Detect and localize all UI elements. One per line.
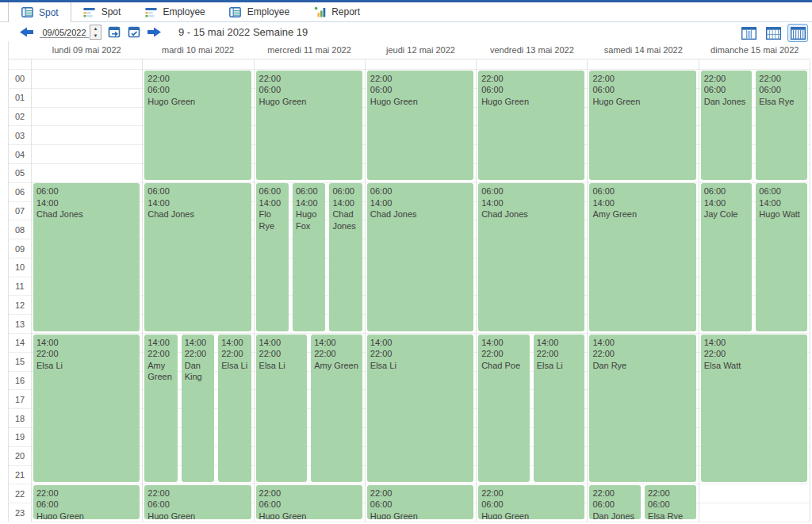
shift-block[interactable]: 06:0014:00Chad Jones [144, 183, 251, 331]
hour-label: 22 [9, 484, 31, 503]
shift-block[interactable]: 06:0014:00Amy Green [589, 183, 695, 331]
shift-time-end: 14:00 [147, 197, 249, 209]
shift-time-end: 06:00 [370, 499, 472, 511]
tab-spot-gantt[interactable]: Spot [71, 2, 133, 21]
shift-block[interactable]: 14:0022:00Elsa Watt [701, 335, 807, 482]
day-column[interactable]: 22:0006:00Dan Jones22:0006:00Elsa Rye06:… [699, 59, 810, 522]
day-header: samedi 14 mai 2022 [588, 41, 699, 59]
shift-block[interactable]: 14:0022:00Elsa Li [256, 335, 308, 482]
shift-block[interactable]: 14:0022:00Amy Green [311, 335, 362, 482]
tab-label: Employee [163, 6, 205, 17]
shift-block[interactable]: 14:0022:00Elsa Li [534, 335, 585, 482]
day-column[interactable]: 22:0006:00Hugo Green06:0014:00Amy Green1… [587, 59, 698, 522]
shift-employee: Hugo Green [259, 511, 361, 520]
shift-block[interactable]: 14:0022:00Dan King [182, 335, 214, 482]
week-view-button[interactable] [787, 24, 808, 42]
shift-employee: Hugo Green [370, 511, 472, 520]
tab-employee-board[interactable]: Employee [217, 2, 301, 21]
shift-block[interactable]: 14:0022:00Amy Green [144, 335, 177, 482]
shift-block[interactable]: 22:0006:00Dan Jones [701, 71, 753, 181]
shift-block[interactable]: 22:0006:00Elsa Rye [756, 71, 807, 181]
shift-time-start: 22:00 [147, 488, 249, 499]
hour-label: 09 [9, 239, 31, 258]
shift-block[interactable]: 22:0006:00Hugo Green [367, 71, 473, 181]
day-header: mercredi 11 mai 2022 [254, 41, 365, 59]
day-header-row: lundi 09 mai 2022mardi 10 mai 2022mercre… [31, 41, 810, 59]
shift-time-end: 06:00 [704, 84, 751, 96]
shift-block[interactable]: 14:0022:00Elsa Li [367, 335, 473, 482]
shift-block[interactable]: 06:0014:00Chad Jones [478, 183, 584, 331]
hour-label: 07 [9, 201, 31, 220]
shift-time-start: 22:00 [259, 73, 361, 85]
table-icon [229, 6, 242, 17]
date-spinner[interactable]: ▲▼ [90, 25, 102, 40]
hour-label: 01 [9, 88, 31, 107]
next-week-arrow-icon[interactable] [147, 27, 162, 38]
tab-label: Spot [102, 6, 121, 17]
gantt-icon [83, 6, 96, 17]
shift-time-start: 22:00 [36, 488, 138, 499]
gantt-icon [144, 6, 157, 17]
shift-block[interactable]: 06:0014:00Chad Jones [329, 183, 362, 331]
today-calendar-icon[interactable] [127, 25, 141, 40]
shift-time-start: 22:00 [481, 73, 583, 85]
shift-block[interactable]: 22:0006:00Hugo Green [256, 485, 362, 520]
hour-label: 19 [9, 427, 31, 446]
shift-block[interactable]: 22:0006:00Hugo Green [478, 71, 584, 181]
workweek-view-button[interactable] [763, 24, 783, 42]
day-column[interactable]: 06:0014:00Chad Jones14:0022:00Elsa Li22:… [31, 59, 142, 522]
shift-block[interactable]: 06:0014:00Jay Cole [701, 183, 753, 331]
hour-label: 02 [9, 107, 31, 126]
shift-block[interactable]: 22:0006:00Hugo Green [367, 485, 473, 520]
shift-time-start: 06:00 [296, 186, 324, 197]
shift-time-start: 14:00 [185, 337, 213, 349]
day-column[interactable]: 22:0006:00Hugo Green06:0014:00Chad Jones… [142, 59, 253, 522]
tab-employee-gantt[interactable]: Employee [132, 2, 216, 21]
day-view-button[interactable] [738, 24, 759, 42]
shift-time-end: 22:00 [370, 348, 472, 360]
day-column[interactable]: 22:0006:00Hugo Green06:0014:00Chad Jones… [365, 59, 476, 522]
shift-block[interactable]: 22:0006:00Hugo Green [144, 485, 251, 520]
shift-time-end: 22:00 [704, 348, 806, 360]
shift-block[interactable]: 22:0006:00Hugo Green [33, 485, 140, 520]
shift-employee: Hugo Green [481, 511, 583, 520]
hour-label: 11 [9, 277, 31, 296]
shift-block[interactable]: 14:0022:00Elsa Li [218, 335, 251, 482]
shift-employee: Hugo Green [147, 96, 249, 108]
shift-time-start: 22:00 [370, 73, 472, 85]
date-input[interactable]: 09/05/2022 [40, 27, 89, 38]
shift-block[interactable]: 22:0006:00Dan Jones [589, 485, 641, 520]
shift-block[interactable]: 06:0014:00Chad Jones [33, 183, 140, 331]
workweek-grid-icon [766, 27, 781, 40]
previous-week-arrow-icon[interactable] [20, 27, 34, 38]
shift-block[interactable]: 22:0006:00Elsa Rye [645, 485, 696, 520]
shift-block[interactable]: 06:0014:00Flo Rye [256, 183, 289, 331]
shift-employee: Amy Green [592, 208, 694, 220]
shift-block[interactable]: 06:0014:00Chad Jones [367, 183, 473, 331]
hour-label: 18 [9, 408, 31, 427]
shift-block[interactable]: 22:0006:00Hugo Green [256, 71, 362, 181]
shift-employee: Chad Poe [481, 360, 528, 372]
shift-block[interactable]: 06:0014:00Hugo Fox [293, 183, 325, 331]
hour-label: 05 [9, 163, 31, 182]
shift-time-start: 22:00 [259, 488, 361, 499]
shift-employee: Hugo Fox [296, 208, 324, 231]
shift-block[interactable]: 14:0022:00Chad Poe [478, 335, 530, 482]
tab-label: Spot [39, 7, 59, 18]
day-column[interactable]: 22:0006:00Hugo Green06:0014:00Flo Rye06:… [254, 59, 365, 522]
shift-block[interactable]: 22:0006:00Hugo Green [589, 71, 695, 181]
shift-block[interactable]: 14:0022:00Dan Rye [589, 335, 695, 482]
shift-time-start: 22:00 [370, 488, 472, 499]
tab-spot-board[interactable]: Spot [8, 2, 71, 22]
goto-date-calendar-icon[interactable] [107, 25, 121, 40]
shift-block[interactable]: 06:0014:00Hugo Watt [756, 183, 807, 331]
tab-report[interactable]: Report [301, 2, 372, 21]
shift-time-start: 06:00 [704, 186, 751, 197]
day-column[interactable]: 22:0006:00Hugo Green06:0014:00Chad Jones… [476, 59, 587, 522]
shift-block[interactable]: 14:0022:00Elsa Li [33, 335, 140, 482]
shift-time-end: 06:00 [648, 499, 695, 511]
shift-block[interactable]: 22:0006:00Hugo Green [478, 485, 584, 520]
shift-block[interactable]: 22:0006:00Hugo Green [144, 71, 251, 181]
table-icon [21, 7, 33, 18]
shift-employee: Hugo Watt [759, 208, 806, 220]
